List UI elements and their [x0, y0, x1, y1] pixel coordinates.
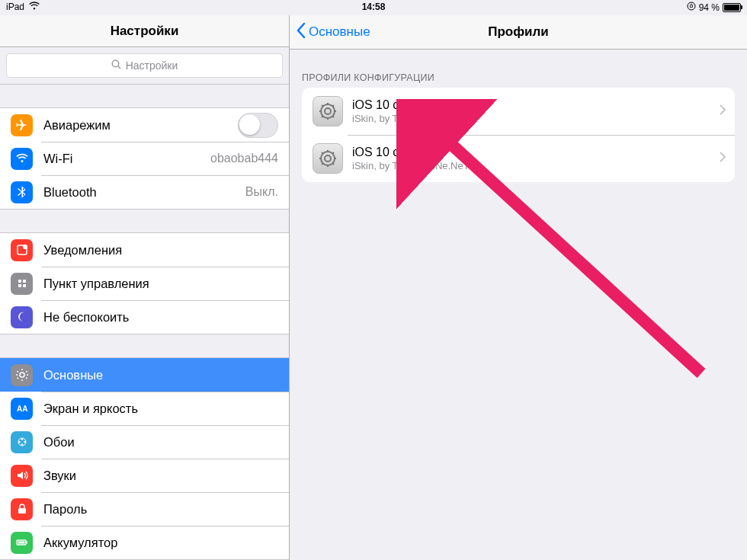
sidebar-item-label: Экран и яркость — [43, 402, 138, 416]
svg-point-1 — [112, 60, 119, 67]
sidebar-item-dnd[interactable]: Не беспокоить — [0, 300, 289, 334]
svg-point-4 — [23, 245, 27, 249]
svg-rect-18 — [26, 542, 27, 544]
sidebar-title: Настройки — [111, 24, 179, 39]
sidebar-item-passcode[interactable]: Пароль — [0, 492, 289, 526]
notifications-icon — [11, 239, 33, 261]
svg-rect-7 — [18, 284, 21, 287]
sidebar-item-battery[interactable]: Аккумулятор — [0, 526, 289, 559]
battery-setting-icon — [11, 532, 33, 554]
svg-point-21 — [325, 108, 331, 114]
sidebar-item-label: Авиарежим — [43, 118, 111, 133]
svg-point-15 — [18, 441, 20, 443]
sidebar-item-label: Bluetooth — [43, 185, 97, 200]
svg-point-14 — [21, 443, 22, 445]
chevron-right-icon — [720, 152, 726, 165]
back-label: Основные — [309, 24, 370, 40]
sidebar-item-label: Звуки — [43, 469, 76, 483]
battery-icon — [723, 3, 741, 12]
wifi-status-icon — [29, 2, 40, 12]
profile-icon — [313, 143, 343, 174]
sidebar-item-notifications[interactable]: Уведомления — [0, 233, 289, 267]
svg-point-23 — [325, 155, 331, 162]
status-time: 14:58 — [362, 2, 386, 12]
sidebar-item-label: Основные — [43, 368, 103, 382]
search-container: Настройки — [0, 47, 289, 85]
profile-title: iOS 10 concepts — [352, 146, 470, 159]
svg-point-9 — [20, 373, 24, 377]
wallpaper-icon — [11, 431, 33, 453]
sidebar-item-label: Обои — [43, 435, 75, 450]
dnd-icon — [11, 306, 33, 328]
search-placeholder: Настройки — [126, 59, 178, 72]
profile-icon — [313, 96, 343, 126]
section-header: ПРОФИЛИ КОНФИГУРАЦИИ — [290, 50, 747, 88]
sounds-icon — [11, 465, 33, 487]
svg-point-12 — [21, 438, 22, 440]
sidebar-item-bluetooth[interactable]: Bluetooth Выкл. — [0, 175, 289, 209]
airplane-icon — [11, 114, 33, 136]
profile-row[interactable]: iOS 10 concepts iSkin, by TooLiPHoNe.NeT — [302, 88, 735, 135]
profile-subtitle: iSkin, by TooLiPHoNe.NeT — [352, 160, 470, 171]
svg-point-13 — [24, 441, 25, 443]
sidebar-item-control-center[interactable]: Пункт управления — [0, 267, 289, 300]
sidebar-item-label: Пароль — [43, 502, 87, 517]
sidebar-item-wallpaper[interactable]: Обои — [0, 425, 289, 459]
detail-title: Профили — [488, 24, 549, 40]
sidebar-item-label: Уведомления — [43, 243, 122, 258]
sidebar-item-label: Не беспокоить — [43, 310, 129, 325]
bluetooth-icon — [11, 181, 33, 203]
chevron-right-icon — [720, 104, 726, 118]
device-name: iPad — [6, 2, 24, 12]
general-icon — [11, 364, 33, 386]
detail-pane: Основные Профили ПРОФИЛИ КОНФИГУРАЦИИ iO… — [290, 15, 747, 560]
control-center-icon — [11, 273, 33, 295]
profile-subtitle: iSkin, by TooLiPHoNe.NeT — [352, 113, 470, 124]
device-frame: iPad 14:58 94 % Настройки — [0, 0, 747, 560]
detail-navbar: Основные Профили — [290, 15, 747, 50]
sidebar-item-wifi[interactable]: Wi-Fi obaobab444 — [0, 142, 289, 175]
sidebar-item-airplane[interactable]: Авиарежим — [0, 108, 289, 142]
settings-sidebar: Настройки Настройки Авиарежим — [0, 15, 290, 560]
svg-line-2 — [118, 66, 120, 69]
profile-list: iOS 10 concepts iSkin, by TooLiPHoNe.NeT… — [302, 88, 735, 182]
sidebar-item-general[interactable]: Основные — [0, 358, 289, 392]
display-icon: AA — [11, 398, 33, 420]
airplane-toggle[interactable] — [238, 113, 278, 138]
svg-rect-19 — [18, 542, 24, 544]
sidebar-item-label: Аккумулятор — [43, 536, 117, 550]
sidebar-navbar: Настройки — [0, 15, 289, 47]
orientation-lock-icon — [687, 2, 696, 13]
svg-rect-6 — [23, 280, 26, 283]
sidebar-item-label: Wi-Fi — [43, 152, 72, 166]
profile-title: iOS 10 concepts — [352, 98, 470, 112]
profile-row[interactable]: iOS 10 concepts iSkin, by TooLiPHoNe.NeT — [302, 135, 735, 182]
battery-percentage: 94 % — [699, 2, 720, 13]
sidebar-item-label: Пункт управления — [43, 277, 149, 291]
wifi-icon — [11, 148, 33, 170]
sidebar-item-sounds[interactable]: Звуки — [0, 459, 289, 492]
svg-rect-16 — [18, 508, 26, 514]
status-bar: iPad 14:58 94 % — [0, 0, 747, 15]
bluetooth-value: Выкл. — [245, 185, 278, 199]
passcode-icon — [11, 498, 33, 520]
search-icon — [111, 59, 121, 72]
svg-text:AA: AA — [17, 405, 27, 413]
svg-rect-8 — [23, 284, 26, 287]
wifi-value: obaobab444 — [210, 152, 278, 165]
back-button[interactable]: Основные — [296, 22, 370, 43]
svg-rect-5 — [18, 280, 21, 283]
search-input[interactable]: Настройки — [6, 53, 283, 78]
chevron-left-icon — [296, 22, 306, 43]
sidebar-item-display[interactable]: AA Экран и яркость — [0, 392, 289, 425]
